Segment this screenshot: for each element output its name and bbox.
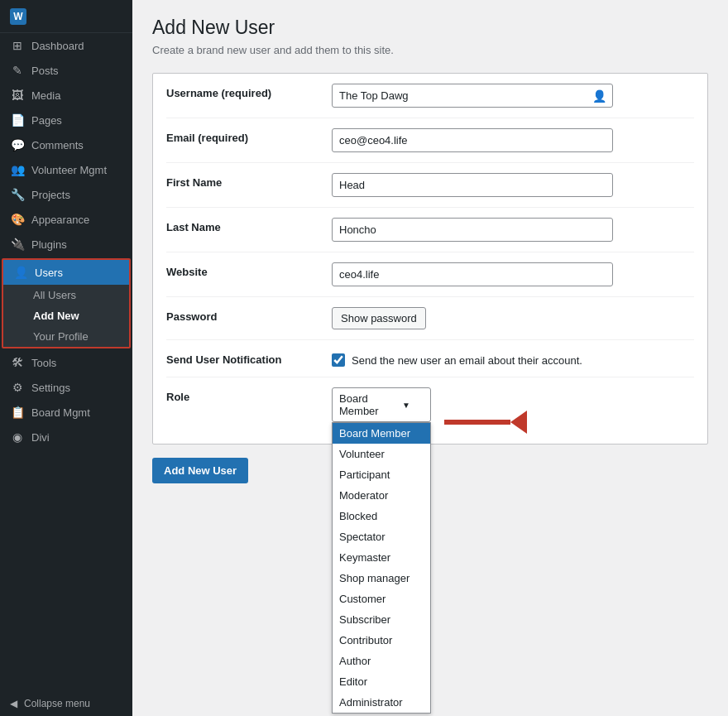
dashboard-icon: ⊞: [10, 39, 25, 52]
role-option-author[interactable]: Author: [333, 651, 430, 671]
role-option-subscriber[interactable]: Subscriber: [333, 609, 430, 630]
volunteer-mgmt-icon: 👥: [10, 163, 25, 176]
role-option-participant[interactable]: Participant: [333, 464, 430, 485]
sidebar-item-settings[interactable]: ⚙ Settings: [0, 375, 132, 400]
sidebar-item-label: Users: [35, 267, 63, 279]
username-input[interactable]: [332, 84, 613, 108]
role-option-editor[interactable]: Editor: [333, 671, 430, 692]
sidebar-item-label: Posts: [31, 65, 59, 77]
users-section: 👤 Users All Users Add New Your Profile: [2, 258, 131, 348]
sidebar-item-label: Comments: [31, 139, 84, 151]
password-field-wrapper: Show password: [332, 307, 694, 329]
media-icon: 🖼: [10, 89, 25, 102]
sidebar-item-label: Pages: [31, 114, 62, 127]
page-title: Add New User: [152, 17, 708, 39]
user-profile-icon: 👤: [592, 89, 606, 103]
role-selected-display[interactable]: Board Member ▼: [332, 387, 431, 422]
submenu-all-users[interactable]: All Users: [3, 285, 129, 305]
email-field-wrapper: [332, 128, 694, 152]
page-subtitle: Create a brand new user and add them to …: [152, 44, 708, 56]
lastname-label: Last Name: [166, 218, 332, 233]
appearance-icon: 🎨: [10, 213, 25, 226]
lastname-field-wrapper: [332, 218, 694, 242]
role-option-customer[interactable]: Customer: [333, 589, 430, 609]
role-option-moderator[interactable]: Moderator: [333, 485, 430, 506]
email-label: Email (required): [166, 128, 332, 144]
posts-icon: ✎: [10, 64, 25, 77]
users-icon: 👤: [13, 266, 28, 279]
notification-text: Send the new user an email about their a…: [352, 354, 582, 367]
add-new-user-button[interactable]: Add New User: [152, 458, 248, 483]
wp-logo-icon: W: [10, 8, 26, 25]
sidebar-item-label: Settings: [31, 382, 70, 394]
comments-icon: 💬: [10, 138, 25, 151]
username-row: Username (required) 👤: [166, 74, 694, 118]
sidebar-item-label: Appearance: [31, 214, 89, 226]
role-dropdown[interactable]: Board Member ▼ Board Member Volunteer Pa…: [332, 387, 431, 422]
sidebar-item-comments[interactable]: 💬 Comments: [0, 132, 132, 157]
role-row: Role Board Member ▼ Board Member Volunte…: [166, 377, 694, 444]
username-field-wrapper: 👤: [332, 84, 694, 108]
firstname-row: First Name: [166, 163, 694, 208]
sidebar-item-projects[interactable]: 🔧 Projects: [0, 182, 132, 207]
notification-label: Send User Notification: [166, 350, 332, 366]
sidebar-item-label: Media: [31, 89, 60, 102]
sidebar-item-users[interactable]: 👤 Users: [3, 260, 129, 285]
firstname-field-wrapper: [332, 173, 694, 197]
role-option-spectator[interactable]: Spectator: [333, 526, 430, 547]
sidebar-item-media[interactable]: 🖼 Media: [0, 83, 132, 108]
username-label: Username (required): [166, 84, 332, 99]
sidebar-item-label: Tools: [31, 357, 56, 369]
main-content: Add New User Create a brand new user and…: [132, 0, 728, 716]
notification-checkbox[interactable]: [332, 353, 345, 367]
arrow-shaft: [444, 420, 510, 425]
sidebar-item-label: Divi: [31, 431, 50, 444]
sidebar-item-dashboard[interactable]: ⊞ Dashboard: [0, 33, 132, 58]
submenu-add-new[interactable]: Add New: [3, 305, 129, 326]
add-user-form: Username (required) 👤 Email (required) F…: [152, 73, 708, 444]
role-field-wrapper: Board Member ▼ Board Member Volunteer Pa…: [332, 387, 694, 434]
lastname-row: Last Name: [166, 208, 694, 252]
sidebar-item-label: Projects: [31, 189, 70, 201]
users-submenu: All Users Add New Your Profile: [3, 285, 129, 347]
plugins-icon: 🔌: [10, 238, 25, 251]
role-option-board-member[interactable]: Board Member: [333, 423, 430, 444]
settings-icon: ⚙: [10, 381, 25, 394]
role-option-keymaster[interactable]: Keymaster: [333, 547, 430, 568]
role-label: Role: [166, 387, 332, 403]
divi-icon: ◉: [10, 430, 25, 444]
role-dropdown-list: Board Member Volunteer Participant Moder…: [332, 422, 431, 714]
collapse-label: Collapse menu: [24, 698, 90, 709]
role-option-blocked[interactable]: Blocked: [333, 506, 430, 526]
sidebar-item-plugins[interactable]: 🔌 Plugins: [0, 232, 132, 257]
sidebar: W ⊞ Dashboard ✎ Posts 🖼 Media 📄 Pages 💬 …: [0, 0, 132, 716]
role-option-administrator[interactable]: Administrator: [333, 692, 430, 713]
sidebar-item-tools[interactable]: 🛠 Tools: [0, 350, 132, 375]
website-label: Website: [166, 262, 332, 278]
password-label: Password: [166, 307, 332, 323]
sidebar-item-label: Board Mgmt: [31, 406, 90, 419]
email-input[interactable]: [332, 128, 613, 152]
role-option-volunteer[interactable]: Volunteer: [333, 444, 430, 464]
tools-icon: 🛠: [10, 356, 25, 369]
role-option-contributor[interactable]: Contributor: [333, 630, 430, 651]
sidebar-item-board-mgmt[interactable]: 📋 Board Mgmt: [0, 400, 132, 425]
lastname-input[interactable]: [332, 218, 613, 242]
sidebar-item-appearance[interactable]: 🎨 Appearance: [0, 207, 132, 232]
website-row: Website: [166, 252, 694, 297]
sidebar-item-posts[interactable]: ✎ Posts: [0, 58, 132, 83]
sidebar-item-label: Plugins: [31, 238, 67, 251]
website-input[interactable]: [332, 262, 613, 286]
show-password-button[interactable]: Show password: [332, 307, 426, 329]
role-option-shop-manager[interactable]: Shop manager: [333, 568, 430, 589]
submenu-your-profile[interactable]: Your Profile: [3, 326, 129, 347]
password-row: Password Show password: [166, 297, 694, 340]
arrow-head: [510, 411, 527, 434]
notification-checkbox-row: Send the new user an email about their a…: [332, 350, 694, 367]
sidebar-item-pages[interactable]: 📄 Pages: [0, 108, 132, 132]
sidebar-item-divi[interactable]: ◉ Divi: [0, 425, 132, 449]
collapse-arrow-icon: ◀: [10, 698, 17, 709]
firstname-input[interactable]: [332, 173, 613, 197]
collapse-menu-button[interactable]: ◀ Collapse menu: [0, 691, 132, 716]
sidebar-item-volunteer-mgmt[interactable]: 👥 Volunteer Mgmt: [0, 157, 132, 182]
